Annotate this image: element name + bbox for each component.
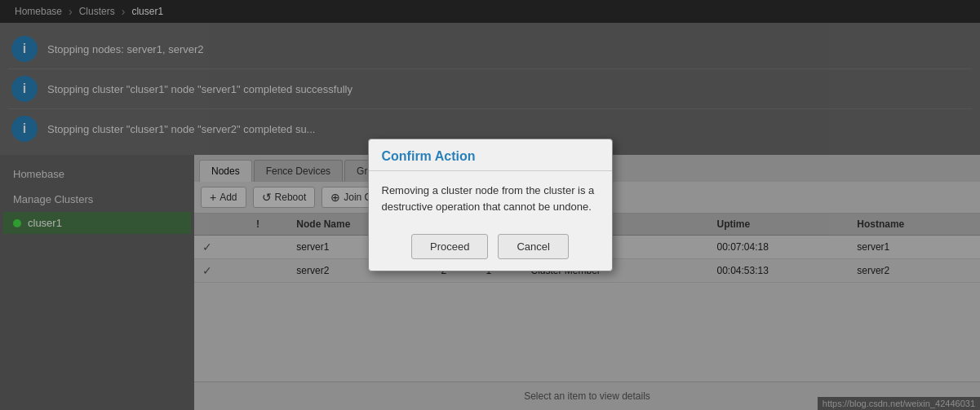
confirm-modal: Confirm Action Removing a cluster node f… <box>368 139 613 271</box>
modal-body: Removing a cluster node from the cluster… <box>369 171 612 226</box>
modal-overlay: Confirm Action Removing a cluster node f… <box>0 0 980 410</box>
modal-title: Confirm Action <box>382 149 476 163</box>
modal-footer: Proceed Cancel <box>369 226 612 271</box>
proceed-button[interactable]: Proceed <box>411 234 488 259</box>
cancel-button[interactable]: Cancel <box>498 234 568 259</box>
modal-header: Confirm Action <box>369 139 612 171</box>
modal-body-text: Removing a cluster node from the cluster… <box>382 184 595 213</box>
